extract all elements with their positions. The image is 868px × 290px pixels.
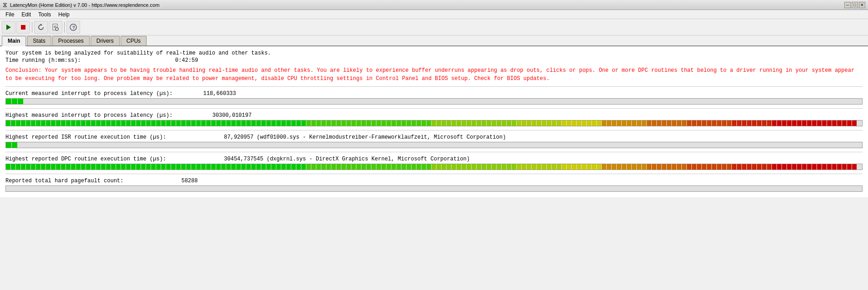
minimize-button[interactable]: ─ <box>844 2 851 8</box>
tab-main[interactable]: Main <box>2 36 26 46</box>
tab-cpus[interactable]: CPUs <box>121 36 147 45</box>
report-button[interactable] <box>49 21 62 34</box>
app-icon: ⧖ <box>3 1 7 9</box>
metric-highest-latency-value: 30300,010197 <box>212 112 251 119</box>
svg-point-7 <box>56 28 58 30</box>
maximize-button[interactable]: □ <box>852 2 858 8</box>
play-button[interactable] <box>2 21 15 34</box>
pagefault-label: Reported total hard pagefault count: <box>5 178 123 184</box>
main-panel: Your system is being analyzed for suitab… <box>0 46 868 197</box>
conclusion-text: Conclusion: Your system appears to be ha… <box>5 66 863 83</box>
pagefault-bar <box>5 185 863 192</box>
metric-isr: Highest reported ISR routine execution t… <box>5 134 863 148</box>
menu-help[interactable]: Help <box>55 10 73 19</box>
pagefault-value: 58288 <box>181 178 198 184</box>
highest-latency-bar <box>5 120 863 126</box>
separator-5 <box>5 174 863 174</box>
metric-dpc-value: 30454,737545 (dxgkrnl.sys - DirectX Grap… <box>224 156 470 162</box>
pagefault-section: Reported total hard pagefault count: 582… <box>5 178 863 192</box>
menu-tools[interactable]: Tools <box>35 10 55 19</box>
dpc-bar <box>5 164 863 170</box>
close-button[interactable]: ✕ <box>859 2 865 8</box>
metric-highest-latency: Highest measured interrupt to process la… <box>5 112 863 126</box>
menu-edit[interactable]: Edit <box>18 10 35 19</box>
interrupt-latency-bar <box>5 98 863 105</box>
title-bar: ⧖ LatencyMon (Home Edition) v 7.00 - htt… <box>0 0 868 10</box>
help-button[interactable]: ? <box>66 21 80 34</box>
menu-bar: File Edit Tools Help <box>0 10 868 19</box>
time-value: 0:42:59 <box>175 57 198 64</box>
svg-marker-0 <box>6 25 11 30</box>
status-line: Your system is being analyzed for suitab… <box>5 50 863 56</box>
stop-button[interactable] <box>16 21 30 34</box>
time-label: Time running (h:mm:ss): <box>5 57 81 64</box>
toolbar: ? <box>0 19 868 35</box>
separator-1 <box>5 86 863 87</box>
tab-drivers[interactable]: Drivers <box>91 36 120 45</box>
svg-text:?: ? <box>72 25 75 30</box>
metric-interrupt-latency-label: Current measured interrupt to process la… <box>5 90 863 97</box>
menu-file[interactable]: File <box>2 10 18 19</box>
pagefault-line: Reported total hard pagefault count: 582… <box>5 178 863 184</box>
metric-isr-value: 87,920957 (wdf01000.sys - Kernelmodustre… <box>224 134 506 140</box>
tab-processes[interactable]: Processes <box>52 36 90 45</box>
metric-highest-latency-label: Highest measured interrupt to process la… <box>5 112 863 119</box>
metric-interrupt-latency-value: 118,660333 <box>203 90 236 97</box>
tabs: Main Stats Processes Drivers CPUs <box>0 35 868 46</box>
separator-4 <box>5 152 863 152</box>
metric-dpc: Highest reported DPC routine execution t… <box>5 156 863 170</box>
tab-stats[interactable]: Stats <box>27 36 51 45</box>
separator-2 <box>5 108 863 109</box>
svg-rect-1 <box>21 25 25 30</box>
time-line: Time running (h:mm:ss): 0:42:59 <box>5 57 863 64</box>
metric-isr-label: Highest reported ISR routine execution t… <box>5 134 863 140</box>
metric-interrupt-latency: Current measured interrupt to process la… <box>5 90 863 105</box>
separator-3 <box>5 130 863 130</box>
window-title: LatencyMon (Home Edition) v 7.00 - https… <box>10 2 159 8</box>
metric-dpc-label: Highest reported DPC routine execution t… <box>5 156 863 162</box>
svg-marker-2 <box>40 24 42 25</box>
isr-bar <box>5 142 863 148</box>
refresh-button[interactable] <box>34 21 48 34</box>
